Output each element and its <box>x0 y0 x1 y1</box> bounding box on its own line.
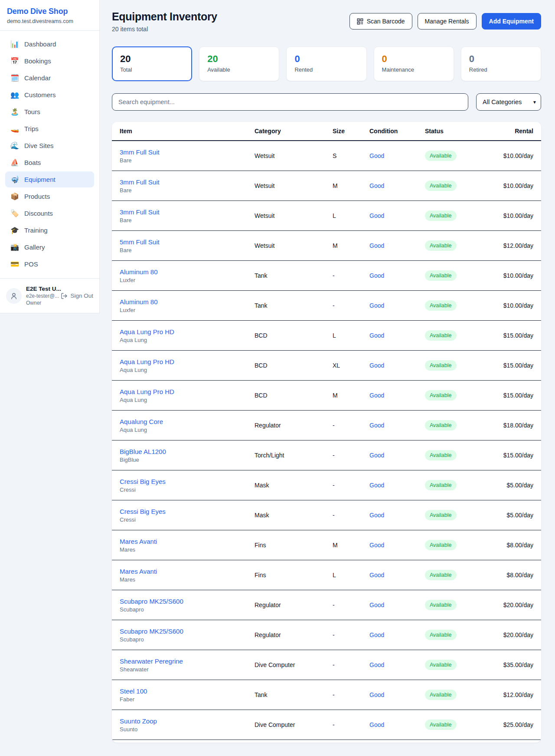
scan-barcode-button[interactable]: Scan Barcode <box>349 13 412 30</box>
sidebar-item-label: Equipment <box>24 176 56 183</box>
sidebar-item-dashboard[interactable]: 📊 Dashboard <box>5 36 94 52</box>
sidebar-item-pos[interactable]: 💳 POS <box>5 256 94 272</box>
status-cell: Available <box>425 600 486 610</box>
sidebar-item-training[interactable]: 🎓 Training <box>5 222 94 238</box>
condition-link[interactable]: Good <box>369 661 384 668</box>
size-cell: - <box>333 602 369 608</box>
status-badge: Available <box>425 450 457 460</box>
sign-out-button[interactable]: Sign Out <box>61 293 93 299</box>
item-link[interactable]: Aqua Lung Pro HD <box>120 388 255 395</box>
condition-link[interactable]: Good <box>369 212 384 219</box>
condition-cell: Good <box>369 421 425 429</box>
stat-card-available[interactable]: 20 Available <box>199 46 279 81</box>
stat-card-maintenance[interactable]: 0 Maintenance <box>374 46 454 81</box>
sidebar-item-customers[interactable]: 👥 Customers <box>5 87 94 103</box>
category-cell: Fins <box>255 572 333 579</box>
condition-link[interactable]: Good <box>369 602 384 608</box>
category-cell: Wetsuit <box>255 242 333 249</box>
header-actions: Scan Barcode Manage Rentals Add Equipmen… <box>349 10 541 30</box>
sidebar-item-boats[interactable]: ⛵ Boats <box>5 154 94 171</box>
item-link[interactable]: Aqua Lung Pro HD <box>120 328 255 335</box>
item-brand: Mares <box>120 546 255 553</box>
condition-cell: Good <box>369 481 425 489</box>
condition-link[interactable]: Good <box>369 542 384 549</box>
size-cell: - <box>333 512 369 519</box>
add-equipment-button[interactable]: Add Equipment <box>482 13 541 30</box>
item-cell: Scubapro MK25/S600 Scubapro <box>120 628 255 643</box>
sidebar-item-discounts[interactable]: 🏷️ Discounts <box>5 205 94 221</box>
item-link[interactable]: Shearwater Peregrine <box>120 657 255 665</box>
sidebar-item-equipment[interactable]: 🤿 Equipment <box>5 171 94 187</box>
condition-link[interactable]: Good <box>369 512 384 519</box>
category-cell: BCD <box>255 332 333 339</box>
item-link[interactable]: Cressi Big Eyes <box>120 478 255 485</box>
table-row: Aqua Lung Pro HD Aqua Lung BCD XL Good A… <box>112 351 541 381</box>
stat-card-retired[interactable]: 0 Retired <box>461 46 541 81</box>
manage-rentals-button[interactable]: Manage Rentals <box>418 13 477 30</box>
search-input[interactable] <box>112 93 468 111</box>
status-badge: Available <box>425 240 457 251</box>
item-link[interactable]: Cressi Big Eyes <box>120 508 255 515</box>
item-cell: Aqua Lung Pro HD Aqua Lung <box>120 328 255 343</box>
rental-cell: $15.00/day <box>486 452 533 459</box>
item-link[interactable]: Aluminum 80 <box>120 268 255 276</box>
brand-title[interactable]: Demo Dive Shop <box>7 7 92 16</box>
item-link[interactable]: Scubapro MK25/S600 <box>120 598 255 605</box>
sidebar-item-dive-sites[interactable]: 🌊 Dive Sites <box>5 138 94 154</box>
sidebar-item-gallery[interactable]: 📸 Gallery <box>5 239 94 255</box>
item-link[interactable]: Mares Avanti <box>120 568 255 575</box>
rental-cell: $5.00/day <box>486 512 533 519</box>
stat-card-total[interactable]: 20 Total <box>112 46 192 81</box>
equipment-table: Item Category Size Condition Status Rent… <box>112 122 541 743</box>
item-link[interactable]: 5mm Full Suit <box>120 238 255 246</box>
item-link[interactable]: Suunto Zoop <box>120 717 255 725</box>
status-badge: Available <box>425 510 457 520</box>
sidebar-item-products[interactable]: 📦 Products <box>5 188 94 204</box>
item-brand: Bare <box>120 187 255 194</box>
category-cell: Tank <box>255 691 333 698</box>
condition-link[interactable]: Good <box>369 422 384 429</box>
condition-link[interactable]: Good <box>369 332 384 339</box>
condition-cell: Good <box>369 182 425 190</box>
item-link[interactable]: BigBlue AL1200 <box>120 448 255 455</box>
condition-link[interactable]: Good <box>369 482 384 489</box>
item-link[interactable]: Aqua Lung Pro HD <box>120 358 255 365</box>
condition-link[interactable]: Good <box>369 152 384 159</box>
condition-link[interactable]: Good <box>369 452 384 459</box>
category-cell: Tank <box>255 302 333 309</box>
category-cell: Wetsuit <box>255 212 333 219</box>
condition-link[interactable]: Good <box>369 691 384 698</box>
category-filter[interactable]: All Categories <box>476 93 541 111</box>
stat-card-rented[interactable]: 0 Rented <box>286 46 366 81</box>
condition-link[interactable]: Good <box>369 302 384 309</box>
condition-link[interactable]: Good <box>369 572 384 579</box>
sidebar-item-trips[interactable]: 🚤 Trips <box>5 121 94 137</box>
item-cell: Cressi Big Eyes Cressi <box>120 508 255 523</box>
item-link[interactable]: Aluminum 80 <box>120 298 255 306</box>
item-link[interactable]: 3mm Full Suit <box>120 208 255 216</box>
size-cell: - <box>333 661 369 668</box>
item-link[interactable]: Mares Avanti <box>120 538 255 545</box>
condition-link[interactable]: Good <box>369 242 384 249</box>
item-link[interactable]: Aqualung Core <box>120 418 255 425</box>
sidebar-item-bookings[interactable]: 📅 Bookings <box>5 53 94 69</box>
item-brand: BigBlue <box>120 457 255 463</box>
size-cell: - <box>333 631 369 638</box>
condition-link[interactable]: Good <box>369 272 384 279</box>
condition-link[interactable]: Good <box>369 182 384 189</box>
item-link[interactable]: Steel 100 <box>120 687 255 695</box>
category-filter-wrap: All Categories ▼ <box>476 93 541 111</box>
item-link[interactable]: 3mm Full Suit <box>120 148 255 156</box>
condition-link[interactable]: Good <box>369 392 384 399</box>
item-brand: Cressi <box>120 516 255 523</box>
item-link[interactable]: Scubapro MK25/S600 <box>120 628 255 635</box>
condition-cell: Good <box>369 152 425 160</box>
condition-link[interactable]: Good <box>369 721 384 728</box>
item-link[interactable]: 3mm Full Suit <box>120 178 255 186</box>
sidebar-item-calendar[interactable]: 🗓️ Calendar <box>5 70 94 86</box>
add-equipment-label: Add Equipment <box>489 18 534 25</box>
condition-link[interactable]: Good <box>369 631 384 638</box>
condition-link[interactable]: Good <box>369 362 384 369</box>
stats-row: 20 Total 20 Available 0 Rented 0 Mainten… <box>112 46 541 81</box>
sidebar-item-tours[interactable]: 🏝️ Tours <box>5 104 94 120</box>
